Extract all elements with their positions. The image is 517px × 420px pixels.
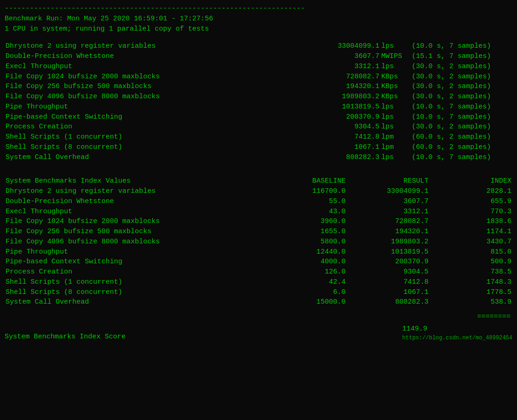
index-benchmark-row: Process Creation 126.0 9304.5 738.5 (5, 267, 512, 277)
benchmark-name: Dhrystone 2 using register variables (5, 41, 309, 51)
benchmark-value: 200370.9 (309, 112, 380, 122)
index-benchmark-name: Dhrystone 2 using register variables (5, 186, 264, 197)
benchmark-value: 3312.1 (309, 62, 380, 72)
benchmark-timing: (10.0 s, 7 samples) (411, 153, 512, 163)
index-benchmark-row: Execl Throughput 43.0 3312.1 770.3 (5, 207, 512, 217)
benchmark-unit: KBps (380, 82, 411, 92)
benchmark-unit: lps (380, 112, 411, 122)
index-benchmark-name: Shell Scripts (1 concurrent) (5, 277, 264, 287)
index-benchmark-row: Shell Scripts (8 concurrent) 6.0 1067.1 … (5, 287, 512, 298)
benchmark-value: 1989803.2 (309, 92, 380, 102)
benchmark-unit: lps (380, 153, 411, 163)
benchmark-name: Pipe-based Context Switching (5, 112, 309, 122)
index-benchmark-row: Double-Precision Whetstone 55.0 3607.7 6… (5, 197, 512, 207)
raw-benchmark-row: Shell Scripts (1 concurrent) 7412.8 lpm … (5, 132, 512, 142)
benchmark-unit: lps (380, 41, 411, 51)
equals-row: ======== (5, 312, 512, 322)
index-index: 1838.6 (429, 216, 512, 227)
index-benchmark-row: Pipe Throughput 12440.0 1013819.5 815.0 (5, 247, 512, 257)
index-baseline: 1655.0 (264, 227, 347, 237)
index-baseline: 3960.0 (264, 216, 347, 227)
benchmark-name: Shell Scripts (1 concurrent) (5, 132, 309, 142)
benchmark-value: 3607.7 (309, 51, 380, 62)
benchmark-timing: (30.0 s, 2 samples) (411, 92, 512, 102)
index-baseline: 5800.0 (264, 237, 347, 247)
index-baseline: 12440.0 (264, 247, 347, 257)
benchmark-unit: MWIPS (380, 51, 411, 62)
index-col-baseline: BASELINE (264, 176, 347, 186)
index-index: 3430.7 (429, 237, 512, 247)
index-index: 1174.1 (429, 227, 512, 237)
benchmark-name: Process Creation (5, 122, 309, 132)
index-header-row: System Benchmarks Index Values BASELINE … (5, 176, 512, 186)
benchmark-timing: (10.0 s, 7 samples) (411, 41, 512, 51)
benchmark-name: File Copy 1024 bufsize 2000 maxblocks (5, 72, 309, 82)
benchmark-timing: (10.0 s, 7 samples) (411, 102, 512, 112)
index-benchmark-row: File Copy 1024 bufsize 2000 maxblocks 39… (5, 216, 512, 227)
benchmark-value: 1013819.5 (309, 102, 380, 112)
index-result: 1067.1 (347, 287, 429, 298)
raw-benchmark-row: Pipe Throughput 1013819.5 lps (10.0 s, 7… (5, 102, 512, 112)
index-baseline: 116700.0 (264, 186, 347, 197)
benchmark-name: File Copy 256 bufsize 500 maxblocks (5, 82, 309, 92)
benchmark-name: Double-Precision Whetstone (5, 51, 309, 62)
benchmark-value: 194320.1 (309, 82, 380, 92)
index-index: 770.3 (429, 207, 512, 217)
benchmark-timing: (30.0 s, 2 samples) (411, 62, 512, 72)
index-index: 1748.3 (429, 277, 512, 287)
index-baseline: 55.0 (264, 197, 347, 207)
raw-benchmark-row: File Copy 4096 bufsize 8000 maxblocks 19… (5, 92, 512, 102)
index-baseline: 4000.0 (264, 257, 347, 267)
benchmark-unit: KBps (380, 72, 411, 82)
raw-benchmark-row: Shell Scripts (8 concurrent) 1067.1 lpm … (5, 142, 512, 153)
index-result: 200370.9 (347, 257, 429, 267)
index-benchmark-name: Pipe-based Context Switching (5, 257, 264, 267)
index-header-label: System Benchmarks Index Values (5, 176, 264, 186)
index-benchmark-row: Shell Scripts (1 concurrent) 42.4 7412.8… (5, 277, 512, 287)
index-index: 815.0 (429, 247, 512, 257)
benchmark-timing: (10.0 s, 7 samples) (411, 112, 512, 122)
benchmark-unit: lps (380, 102, 411, 112)
index-result: 1013819.5 (347, 247, 429, 257)
benchmark-timing: (60.0 s, 2 samples) (411, 142, 512, 153)
index-benchmark-row: Pipe-based Context Switching 4000.0 2003… (5, 257, 512, 267)
benchmark-value: 808282.3 (309, 153, 380, 163)
raw-benchmarks-table: Dhrystone 2 using register variables 330… (5, 41, 512, 169)
index-index: 655.9 (429, 197, 512, 207)
benchmark-value: 9304.5 (309, 122, 380, 132)
score-label: System Benchmarks Index Score (5, 332, 126, 342)
index-benchmark-name: File Copy 1024 bufsize 2000 maxblocks (5, 216, 264, 227)
index-result: 194320.1 (347, 227, 429, 237)
benchmark-unit: lps (380, 62, 411, 72)
index-col-index: INDEX (429, 176, 512, 186)
benchmark-unit: lps (380, 122, 411, 132)
benchmark-name: File Copy 4096 bufsize 8000 maxblocks (5, 92, 309, 102)
header-section: Benchmark Run: Mon May 25 2020 16:59:01 … (5, 14, 512, 34)
benchmark-timing: (30.0 s, 2 samples) (411, 122, 512, 132)
index-index: 538.9 (429, 297, 512, 307)
watermark: https://blog.csdn.net/mo_48992454 (402, 334, 512, 342)
index-col-result: RESULT (347, 176, 429, 186)
index-result: 9304.5 (347, 267, 429, 277)
benchmark-unit: lpm (380, 142, 411, 153)
cpu-line: 1 CPU in system; running 1 parallel copy… (5, 24, 512, 34)
benchmark-unit: lpm (380, 132, 411, 142)
index-benchmark-row: Dhrystone 2 using register variables 116… (5, 186, 512, 197)
run-line: Benchmark Run: Mon May 25 2020 16:59:01 … (5, 14, 512, 24)
index-benchmark-name: Pipe Throughput (5, 247, 264, 257)
spacer-row (5, 162, 512, 169)
index-result: 808282.3 (347, 297, 429, 307)
benchmark-timing: (30.0 s, 2 samples) (411, 82, 512, 92)
index-benchmark-name: File Copy 256 bufsize 500 maxblocks (5, 227, 264, 237)
index-benchmark-name: Execl Throughput (5, 207, 264, 217)
raw-benchmark-row: Double-Precision Whetstone 3607.7 MWIPS … (5, 51, 512, 62)
index-baseline: 42.4 (264, 277, 347, 287)
index-benchmark-row: System Call Overhead 15000.0 808282.3 53… (5, 297, 512, 307)
separator-top: ----------------------------------------… (5, 4, 512, 14)
benchmark-value: 7412.8 (309, 132, 380, 142)
index-index: 2828.1 (429, 186, 512, 197)
index-index: 1778.5 (429, 287, 512, 298)
benchmark-unit: KBps (380, 92, 411, 102)
score-value: 1149.9 (402, 324, 427, 334)
index-benchmark-name: System Call Overhead (5, 297, 264, 307)
